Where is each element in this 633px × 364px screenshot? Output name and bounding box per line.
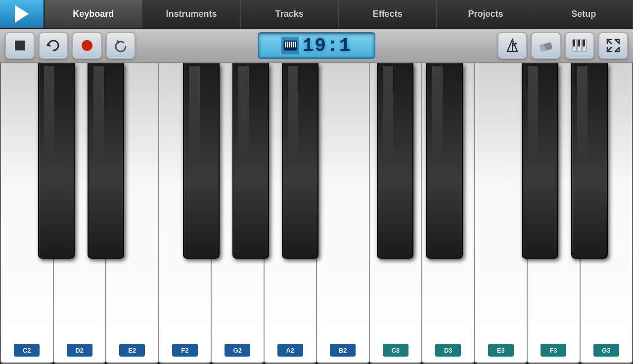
svg-point-19 (515, 43, 517, 45)
black-key-as2[interactable] (282, 63, 318, 259)
black-key-ds2[interactable] (88, 63, 124, 259)
svg-rect-12 (288, 42, 289, 46)
time-display: 19:1 (258, 32, 375, 59)
toolbar: 19:1 (0, 29, 633, 63)
keyboard-area: C2D2E2F2G2A2B2C3D3E3F3G3 (0, 63, 633, 364)
svg-rect-26 (578, 40, 580, 46)
key-label-f3: F3 (541, 344, 566, 357)
black-keys (0, 63, 633, 259)
tab-effects[interactable]: Effects (339, 0, 437, 28)
key-label-g3: G3 (593, 344, 619, 357)
play-icon (15, 5, 29, 23)
play-button[interactable] (0, 0, 45, 28)
metronome-button[interactable] (497, 32, 527, 59)
svg-marker-3 (117, 40, 121, 45)
loop-button[interactable] (39, 32, 68, 59)
key-label-c3: C3 (383, 344, 408, 357)
undo-button[interactable] (106, 32, 136, 59)
key-label-d2: D2 (67, 344, 92, 357)
svg-rect-15 (294, 42, 295, 46)
key-label-g2: G2 (225, 344, 250, 357)
key-label-c2: C2 (14, 344, 40, 357)
white-key-b2[interactable]: B2 (316, 63, 369, 364)
svg-point-2 (82, 40, 92, 51)
svg-rect-14 (292, 42, 293, 46)
black-key-gs2[interactable] (232, 63, 269, 259)
key-label-e3: E3 (488, 344, 514, 357)
piano-grid-button[interactable] (565, 32, 594, 59)
key-label-a2: A2 (277, 344, 303, 357)
svg-rect-27 (583, 40, 585, 46)
metronome-icon (504, 38, 520, 53)
svg-rect-11 (286, 42, 287, 46)
tab-projects[interactable]: Projects (437, 0, 535, 28)
black-key-cs3[interactable] (377, 63, 413, 259)
record-icon (79, 38, 95, 53)
stop-button[interactable] (5, 32, 35, 59)
white-key-e3[interactable]: E3 (475, 63, 528, 364)
undo-icon (113, 38, 129, 53)
stop-icon (12, 38, 28, 53)
black-key-gs3[interactable] (571, 63, 608, 259)
expand-icon (605, 38, 621, 53)
key-label-b2: B2 (330, 344, 356, 357)
top-navigation: Keyboard Instruments Tracks Effects Proj… (0, 0, 633, 29)
loop-icon (45, 38, 61, 53)
svg-rect-25 (573, 40, 575, 46)
tab-keyboard[interactable]: Keyboard (45, 0, 142, 28)
record-button[interactable] (72, 32, 102, 59)
eraser-button[interactable] (531, 32, 561, 59)
black-key-ds3[interactable] (426, 63, 462, 259)
svg-rect-0 (15, 41, 25, 50)
display-time-value: 19:1 (302, 35, 351, 56)
tab-tracks[interactable]: Tracks (241, 0, 339, 28)
svg-rect-13 (290, 42, 291, 46)
black-key-fs2[interactable] (183, 63, 220, 259)
key-label-e2: E2 (119, 344, 145, 357)
black-key-cs2[interactable] (38, 63, 75, 259)
piano-grid-icon (572, 38, 588, 53)
black-key-fs3[interactable] (522, 63, 558, 259)
key-label-f2: F2 (172, 344, 198, 357)
tab-setup[interactable]: Setup (535, 0, 633, 28)
tab-instruments[interactable]: Instruments (142, 0, 240, 28)
eraser-icon (538, 38, 554, 53)
expand-button[interactable] (598, 32, 628, 59)
display-piano-icon (281, 37, 299, 54)
key-label-d3: D3 (435, 344, 461, 357)
